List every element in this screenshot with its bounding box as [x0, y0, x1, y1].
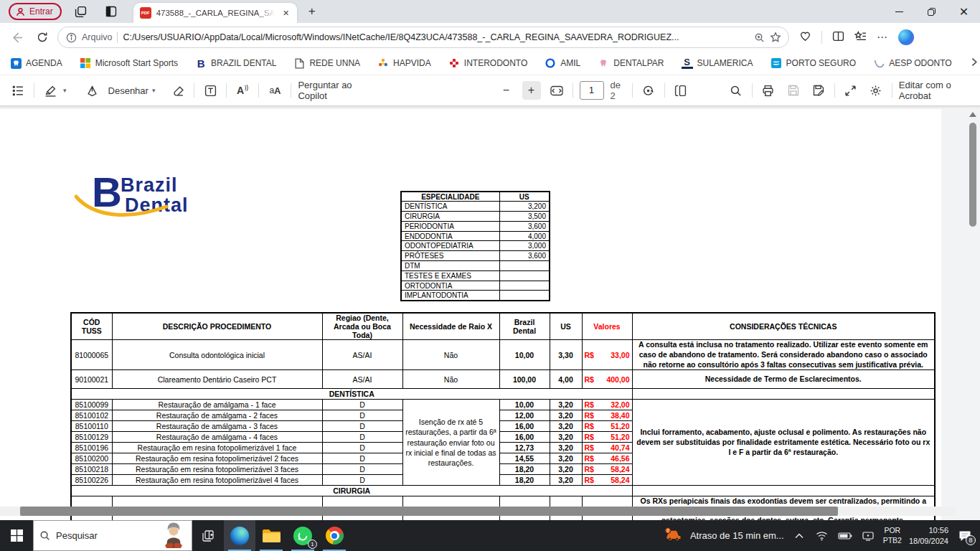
scroll-up-icon[interactable] [969, 112, 976, 117]
refresh-icon[interactable] [32, 27, 53, 48]
table-row: DENTÍSTICA3,200 [401, 202, 550, 212]
page-view-icon[interactable] [672, 81, 690, 100]
table-row: 85100099 Restauração de amálgama - 1 fac… [71, 400, 935, 410]
url-field[interactable]: Arquivo C:/Users/USUARIO/AppData/Local/M… [57, 27, 789, 48]
favorite-star-icon[interactable] [770, 32, 781, 43]
print-icon[interactable] [759, 81, 778, 100]
taskbar-chrome-button[interactable] [319, 520, 350, 551]
highlighter-icon[interactable] [41, 81, 60, 100]
bookmark-hapvida[interactable]: HAPVIDA [377, 57, 431, 69]
sign-in-button[interactable]: Entrar [9, 3, 62, 20]
bookmarks-overflow-icon[interactable] [969, 57, 979, 69]
table-row: TESTES E EXAMES [401, 270, 550, 281]
battery-icon[interactable] [837, 532, 853, 540]
edge-icon [230, 527, 249, 545]
horizontal-scrollbar-thumb[interactable] [20, 507, 838, 516]
draw-pen-icon[interactable] [83, 81, 102, 100]
zoom-out-icon[interactable]: − [497, 81, 516, 100]
wifi-icon[interactable] [814, 531, 830, 541]
browser-tab[interactable]: PDF 473588_-_CARLA_REGINA_SAAVE ✕ [133, 3, 297, 23]
bookmark-brazil-dental[interactable]: B BRAZIL DENTAL [195, 57, 276, 69]
task-view-button[interactable] [192, 520, 224, 551]
back-icon[interactable] [6, 27, 27, 48]
date: 18/09/2024 [909, 536, 948, 546]
bookmark-sulamerica[interactable]: S SULAMERICA [682, 57, 753, 69]
split-screen-icon[interactable] [832, 30, 844, 45]
table-of-contents-icon[interactable] [9, 81, 27, 100]
divider [291, 83, 291, 98]
show-hidden-icons-chevron[interactable] [791, 533, 807, 539]
restore-button[interactable] [915, 0, 948, 23]
close-window-button[interactable]: ✕ [948, 0, 980, 23]
language-indicator[interactable]: POR PTB2 [883, 526, 902, 545]
copilot-icon[interactable] [898, 29, 914, 45]
bookmark-agenda[interactable]: AGENDA [10, 57, 62, 69]
divider [632, 83, 633, 98]
table-row: ENDODONTIA4,000 [401, 231, 550, 241]
bookmark-dentalpar[interactable]: DENTALPAR [598, 57, 664, 69]
add-text-icon[interactable] [201, 81, 220, 100]
favorites-bar-icon[interactable] [854, 30, 867, 45]
taskbar-whatsapp-button[interactable]: 1 [287, 520, 319, 551]
new-tab-button[interactable]: + [303, 2, 321, 21]
read-aloud-icon[interactable]: A [233, 81, 252, 100]
section-label: CIRURGIA [71, 486, 632, 496]
divider [194, 83, 194, 98]
notification-center-button[interactable]: 8 [956, 527, 974, 545]
traffic-alert-icon[interactable]: ! [664, 527, 683, 545]
bookmark-interodonto[interactable]: INTERODONTO [448, 57, 527, 69]
chevron-down-icon[interactable]: ▾ [152, 87, 156, 94]
vertical-scrollbar[interactable] [968, 112, 978, 514]
page-number-input[interactable] [580, 81, 604, 100]
save-icon[interactable] [784, 81, 803, 100]
clock[interactable]: 10:56 18/09/2024 [909, 525, 948, 546]
tooth-icon [10, 57, 22, 69]
fit-width-icon[interactable] [547, 81, 566, 100]
porto-seguro-icon [771, 57, 782, 69]
ask-copilot-button[interactable]: Perguntar ao Copilot [298, 80, 369, 101]
bookmark-amil[interactable]: AMIL [545, 57, 580, 69]
table-row: CIRURGIA3,500 [401, 212, 550, 222]
more-options-icon[interactable]: ⋯ [877, 31, 888, 44]
table-row: PRÓTESES3,600 [401, 251, 550, 261]
file-protocol-label[interactable]: Arquivo [82, 32, 112, 42]
bookmark-aesp-odonto[interactable]: AESP ODONTO [873, 57, 952, 69]
bookmark-porto-seguro[interactable]: PORTO SEGURO [771, 57, 857, 69]
table-row: ORTODONTIA [401, 281, 550, 291]
vertical-scrollbar-thumb[interactable] [969, 123, 976, 227]
rotate-icon[interactable] [639, 81, 658, 100]
translate-icon[interactable]: aA [265, 81, 284, 100]
draw-label[interactable]: Desenhar [108, 85, 149, 96]
tab-close-icon[interactable]: ✕ [280, 6, 293, 19]
minimize-button[interactable] [883, 0, 915, 23]
chevron-down-icon[interactable]: ▾ [63, 87, 67, 94]
sign-in-label: Entrar [29, 6, 53, 17]
taskbar-explorer-button[interactable] [255, 520, 287, 551]
pdf-viewer: B Brazil Dental ESPECIALIDADE US DENTÍST… [0, 106, 980, 520]
bookmark-microsoft-start-sports[interactable]: Microsoft Start Sports [80, 57, 178, 69]
traffic-alert-text[interactable]: Atraso de 15 min em... [690, 530, 784, 541]
cast-icon[interactable] [860, 531, 876, 541]
browser-essentials-icon[interactable] [799, 30, 811, 45]
taskbar-search-box[interactable]: Pesquisar [33, 520, 192, 551]
edit-with-acrobat-button[interactable]: Editar com o Acrobat [899, 80, 971, 101]
eraser-icon[interactable] [169, 81, 187, 100]
tab-layout-icon[interactable] [100, 2, 122, 21]
pdf-toolbar: ▾ Desenhar ▾ A aA Perguntar ao Copilot −… [0, 75, 980, 106]
taskbar-edge-button[interactable] [224, 520, 255, 551]
info-icon[interactable] [65, 32, 77, 43]
section-row: CIRURGIA [71, 486, 935, 496]
start-button[interactable] [0, 520, 33, 551]
save-as-icon[interactable] [809, 81, 828, 100]
fullscreen-icon[interactable] [842, 81, 860, 100]
zoom-in-icon[interactable]: + [522, 81, 541, 100]
search-icon[interactable] [727, 81, 745, 100]
section-label: DENTÍSTICA [71, 389, 632, 400]
url-text[interactable]: C:/Users/USUARIO/AppData/Local/Microsoft… [123, 32, 748, 42]
workspaces-icon[interactable] [70, 2, 92, 21]
horizontal-scrollbar[interactable] [0, 507, 956, 516]
bookmark-rede-unna[interactable]: REDE UNNA [293, 57, 360, 69]
settings-gear-icon[interactable] [867, 81, 885, 100]
zoom-page-icon[interactable] [753, 32, 765, 43]
xray-exemption-note: Isenção de rx até 5 restaurações, a part… [402, 400, 499, 486]
